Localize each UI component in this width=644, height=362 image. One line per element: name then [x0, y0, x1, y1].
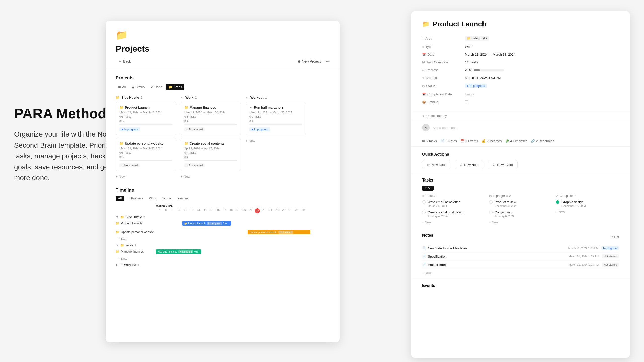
timeline-bar-manage-finances: Manage finances Not started 0%	[156, 249, 201, 254]
tab-tasks[interactable]: ⊞ 5 Tasks	[422, 138, 437, 144]
status-icon: ◉	[132, 85, 134, 89]
group-toggle-icon[interactable]: ▼	[116, 215, 119, 219]
timeline-tab-all[interactable]: All	[116, 196, 124, 201]
card-update-website[interactable]: 📁 Update personal website March 21, 2024…	[116, 138, 176, 171]
group-header-workout: ▶ ↔ Workout 1	[116, 263, 330, 267]
plus-icon: +	[181, 175, 183, 178]
more-options-icon[interactable]: •••	[325, 59, 330, 64]
expenses-icon: 💸	[505, 139, 509, 143]
add-row-button[interactable]: + New	[116, 257, 330, 261]
comment-input[interactable]: Add a comment...	[433, 126, 619, 130]
prop-value-date[interactable]: March 11, 2024 → March 18, 2024	[465, 51, 619, 58]
notes-add-button[interactable]: + New	[422, 271, 619, 275]
task-checkbox[interactable]	[489, 200, 493, 204]
group-toggle-icon[interactable]: ▶	[116, 263, 118, 267]
new-project-button[interactable]: ⊕ New Project	[295, 58, 323, 65]
tasks-col-header-complete: ✓ Complete 1	[556, 194, 619, 198]
note-doc-icon: 📄	[422, 255, 426, 258]
group-toggle-icon[interactable]: ▼	[116, 244, 119, 247]
card-manage-finances[interactable]: 📁 Manage finances March 1, 2024 → March …	[181, 102, 241, 135]
progress-bar	[184, 124, 237, 125]
plus-icon: +	[246, 139, 248, 143]
timeline-tab-school[interactable]: School	[159, 196, 174, 201]
tab-notes[interactable]: 📄 3 Notes	[440, 138, 457, 144]
add-new-button[interactable]: + New	[116, 174, 176, 179]
notes-view[interactable]: ≡ List	[611, 235, 619, 239]
tab-done[interactable]: ✓ Done	[148, 84, 165, 90]
new-event-button[interactable]: ⊕ New Event	[488, 160, 518, 169]
timeline-bar-area: 📁 Product Launch In progress 0%	[156, 221, 330, 226]
task-add-button[interactable]: + New	[422, 221, 485, 224]
task-content: Write email newsletter March 21, 2024	[428, 200, 460, 207]
tab-areas[interactable]: 📁 Areas	[166, 84, 184, 90]
projects-panel-title: Projects	[116, 44, 330, 54]
note-item-side-hustle[interactable]: 📄 New Side Hustle Idea Plan March 21, 20…	[422, 244, 619, 252]
new-note-button[interactable]: ⊕ New Note	[455, 160, 483, 169]
task-add-button[interactable]: + New	[489, 221, 552, 224]
prop-value-status[interactable]: ● In progress	[465, 82, 619, 90]
row-icon: 📁	[116, 250, 119, 253]
card-title: ↔ Run half marathon	[249, 106, 302, 109]
new-task-button[interactable]: ⊕ New Task	[422, 160, 450, 169]
tasks-col-header-in-progress: ◷ In progress 2	[489, 194, 552, 198]
more-property[interactable]: ∨ 1 more property	[411, 112, 630, 120]
events-section: Events	[411, 279, 630, 293]
prop-value-type[interactable]: Work	[465, 43, 619, 51]
timeline-bar-product-launch: 📁 Product Launch In progress 0%	[182, 221, 231, 226]
quick-actions-title: Quick Actions	[422, 152, 619, 157]
tab-expenses[interactable]: 💸 4 Expenses	[505, 138, 527, 144]
timeline-tab-work[interactable]: Work	[147, 196, 159, 201]
timeline-tab-in-progress[interactable]: In Progress	[125, 196, 145, 201]
left-section: PARA Method Organize your life with the …	[14, 106, 120, 183]
task-checkbox-complete[interactable]	[556, 200, 559, 204]
card-product-launch[interactable]: 📁 Product Launch March 11, 2024 → March …	[116, 102, 176, 135]
task-content: Graphic design December 13, 2023	[561, 200, 586, 207]
card-create-social[interactable]: 📁 Create social contents April 1, 2024 →…	[181, 138, 241, 171]
task-checkbox[interactable]	[422, 211, 426, 214]
tab-events[interactable]: 📅 2 Events	[460, 138, 478, 144]
task-content: Create social post design January 4, 202…	[428, 210, 464, 218]
prop-value-progress[interactable]: 20%	[465, 66, 619, 74]
tab-incomes[interactable]: 💰 2 Incomes	[481, 138, 502, 144]
tab-status[interactable]: ◉ Status	[129, 84, 147, 90]
card-run-marathon[interactable]: ↔ Run half marathon March 11, 2024 → Mar…	[246, 102, 306, 135]
prop-value-completion-date[interactable]: Empty	[465, 90, 619, 98]
task-content: Product review December 9, 2023	[495, 200, 517, 207]
archive-checkbox[interactable]	[465, 100, 468, 104]
tab-all[interactable]: ⊞ All	[116, 84, 128, 90]
plus-icon: +	[118, 257, 120, 261]
note-item-specification[interactable]: 📄 Specification March 21, 2024 1:03 PM N…	[422, 252, 619, 261]
todo-icon: ○	[422, 194, 424, 198]
tab-resources[interactable]: 🔗 2 Resources	[531, 138, 554, 144]
note-item-project-brief[interactable]: 📄 Project Brief March 21, 2024 1:03 PM N…	[422, 261, 619, 269]
add-new-button[interactable]: + New	[246, 138, 306, 144]
card-icon: 📁	[184, 142, 188, 145]
tasks-filter-all[interactable]: ⊞ All	[422, 186, 434, 191]
note-right: March 21, 2024 1:03 PM Not started	[569, 254, 619, 258]
timeline-row-update-website: 📁 Update personal website Update persona…	[116, 229, 330, 236]
page-title: PARA Method	[14, 106, 120, 122]
back-button[interactable]: ← Back	[116, 58, 133, 65]
task-checkbox[interactable]	[489, 211, 493, 214]
prop-value-area[interactable]: 📁 Side Hustle	[465, 34, 619, 43]
timeline-bar-area: Manage finances Not started 0%	[156, 249, 330, 254]
page-description: Organize your life with the Notion Secon…	[14, 129, 120, 183]
folder-icon-tab: 📁	[168, 85, 172, 89]
plus-icon: ⊕	[493, 163, 496, 167]
note-left: 📄 Project Brief	[422, 263, 446, 267]
add-new-button[interactable]: + New	[181, 174, 241, 179]
events-icon: 📅	[460, 139, 464, 143]
row-icon: 📁	[116, 222, 119, 225]
task-checkbox[interactable]	[422, 200, 426, 204]
group-header-side-hustle: ▼ 📁 Side Hustle 2	[116, 215, 330, 219]
progress-bar-property	[474, 69, 504, 71]
card-icon: 📁	[119, 142, 124, 145]
task-add-button[interactable]: + New	[556, 210, 619, 214]
properties-grid: □ Area 📁 Side Hustle ○ Type Work 📅 Date …	[422, 34, 619, 106]
prop-value-archive[interactable]	[465, 98, 619, 106]
card-icon: 📁	[119, 106, 124, 109]
prop-value-task-complete[interactable]: 1/5 Tasks	[465, 58, 619, 66]
timeline-tab-personal[interactable]: Personal	[175, 196, 192, 201]
plus-icon: +	[118, 238, 120, 241]
add-row-button[interactable]: + New	[116, 237, 330, 242]
